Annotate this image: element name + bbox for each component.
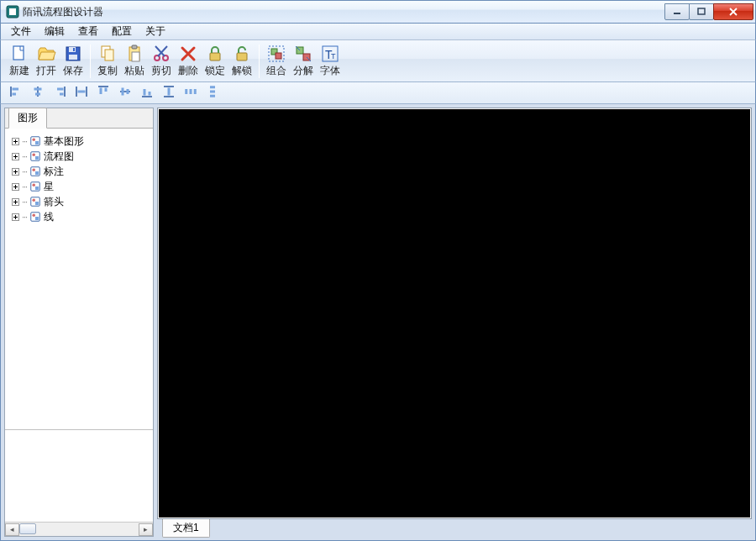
floppy-icon xyxy=(63,44,83,64)
menu-item-0[interactable]: 文件 xyxy=(6,24,36,39)
tree-node-5[interactable]: ···线 xyxy=(5,209,153,224)
align-distribute-h-button[interactable] xyxy=(181,84,201,102)
align-align-left-button[interactable] xyxy=(6,84,26,102)
align-align-justify-h-button[interactable] xyxy=(71,84,92,102)
toolbar-copy-button[interactable]: 复制 xyxy=(94,42,121,81)
tree-node-0[interactable]: ···基本图形 xyxy=(5,134,153,149)
tree-node-label: 星 xyxy=(44,180,54,194)
shape-category-icon xyxy=(29,150,41,162)
align-align-top-button[interactable] xyxy=(93,84,113,102)
tree-node-3[interactable]: ···星 xyxy=(5,179,153,194)
titlebar: 陌讯流程图设计器 xyxy=(0,0,756,24)
svg-rect-12 xyxy=(132,45,137,49)
font-icon: TT xyxy=(320,44,340,64)
window-close-button[interactable] xyxy=(713,3,753,20)
toolbar-open-button[interactable]: 打开 xyxy=(33,42,60,81)
delete-x-icon xyxy=(178,44,198,64)
svg-rect-17 xyxy=(237,53,247,60)
align-distribute-v-button[interactable] xyxy=(202,84,223,102)
tree-node-4[interactable]: ···箭头 xyxy=(5,194,153,209)
tree-connector: ··· xyxy=(22,151,27,161)
panel-hscrollbar[interactable]: ◂ ▸ xyxy=(5,522,153,536)
menu-item-3[interactable]: 配置 xyxy=(107,24,137,39)
folder-open-icon xyxy=(36,44,56,64)
svg-rect-60 xyxy=(35,202,39,205)
window-minimize-button[interactable] xyxy=(664,3,690,20)
toolbar-group-1: 复制粘贴剪切删除锁定解锁 xyxy=(94,42,255,80)
toolbar-group-2: 组合分解TT字体 xyxy=(263,42,344,80)
align-align-justify-v-button[interactable] xyxy=(159,84,179,102)
scroll-right-button[interactable]: ▸ xyxy=(139,523,153,536)
shapes-panel-tabs: 图形 xyxy=(5,108,153,129)
align-align-center-h-button[interactable] xyxy=(28,84,48,102)
tree-expand-icon[interactable] xyxy=(12,183,19,191)
svg-rect-20 xyxy=(276,53,281,59)
toolbar-new-button[interactable]: 新建 xyxy=(6,42,33,81)
tree-expand-icon[interactable] xyxy=(12,168,19,176)
window-maximize-button[interactable] xyxy=(689,3,714,20)
scroll-track[interactable] xyxy=(19,523,139,536)
tree-connector: ··· xyxy=(22,181,27,192)
svg-point-47 xyxy=(33,139,36,142)
toolbar-lock-label: 锁定 xyxy=(205,64,225,78)
shapes-tree[interactable]: ···基本图形···流程图···标注···星···箭头···线 xyxy=(5,129,153,429)
scroll-thumb[interactable] xyxy=(19,523,36,534)
menu-item-2[interactable]: 查看 xyxy=(73,24,103,39)
toolbar-save-button[interactable]: 保存 xyxy=(60,42,87,81)
svg-point-53 xyxy=(33,169,36,172)
tree-expand-icon[interactable] xyxy=(12,138,19,145)
toolbar-paste-button[interactable]: 粘贴 xyxy=(121,42,148,81)
toolbar-delete-button[interactable]: 删除 xyxy=(175,42,202,81)
toolbar-separator xyxy=(259,45,260,78)
tree-connector: ··· xyxy=(22,212,27,222)
svg-rect-27 xyxy=(13,92,17,95)
toolbar-copy-label: 复制 xyxy=(97,64,118,78)
tree-expand-icon[interactable] xyxy=(12,153,19,160)
svg-rect-37 xyxy=(144,89,146,96)
align-middle-v-icon xyxy=(118,84,133,102)
tree-expand-icon[interactable] xyxy=(12,198,19,206)
svg-rect-31 xyxy=(60,92,64,95)
svg-rect-63 xyxy=(35,217,39,220)
svg-rect-2 xyxy=(674,13,680,14)
svg-rect-43 xyxy=(210,86,215,88)
toolbar-cut-label: 剪切 xyxy=(151,64,171,78)
tree-node-2[interactable]: ···标注 xyxy=(5,164,153,179)
window-title: 陌讯流程图设计器 xyxy=(23,5,103,19)
align-left-icon xyxy=(8,84,24,102)
svg-rect-30 xyxy=(57,87,64,90)
scroll-left-button[interactable]: ◂ xyxy=(5,523,19,536)
toolbar-unlock-button[interactable]: 解锁 xyxy=(228,42,255,81)
toolbar-font-label: 字体 xyxy=(320,64,340,78)
svg-rect-10 xyxy=(105,50,113,60)
shape-category-icon xyxy=(29,211,41,223)
menu-item-1[interactable]: 编辑 xyxy=(39,24,70,39)
align-align-right-button[interactable] xyxy=(50,84,70,102)
toolbar-group-button[interactable]: 组合 xyxy=(263,42,290,81)
tree-node-label: 箭头 xyxy=(44,195,64,209)
toolbar-save-label: 保存 xyxy=(63,64,83,78)
toolbar-lock-button[interactable]: 锁定 xyxy=(202,42,228,81)
align-align-middle-v-button[interactable] xyxy=(115,84,135,102)
tree-expand-icon[interactable] xyxy=(12,213,19,221)
menu-item-4[interactable]: 关于 xyxy=(140,24,171,39)
drawing-canvas[interactable] xyxy=(159,109,750,517)
toolbar-ungroup-button[interactable]: 分解 xyxy=(290,42,317,81)
svg-rect-33 xyxy=(100,87,102,94)
canvas-frame xyxy=(157,108,752,519)
svg-point-50 xyxy=(33,154,36,157)
svg-rect-38 xyxy=(149,92,151,96)
svg-rect-7 xyxy=(69,55,77,60)
tree-node-1[interactable]: ···流程图 xyxy=(5,149,153,164)
group-icon xyxy=(266,44,286,64)
toolbar-font-button[interactable]: TT字体 xyxy=(317,42,344,81)
toolbar-open-label: 打开 xyxy=(36,64,56,78)
toolbar-ungroup-label: 分解 xyxy=(293,64,313,78)
toolbar-separator xyxy=(90,45,91,78)
shapes-tab[interactable]: 图形 xyxy=(8,108,47,129)
align-align-bottom-button[interactable] xyxy=(137,84,157,102)
toolbar-group-label: 组合 xyxy=(266,64,286,78)
document-tab-0[interactable]: 文档1 xyxy=(162,519,210,538)
svg-rect-3 xyxy=(698,8,705,14)
toolbar-cut-button[interactable]: 剪切 xyxy=(148,42,175,81)
